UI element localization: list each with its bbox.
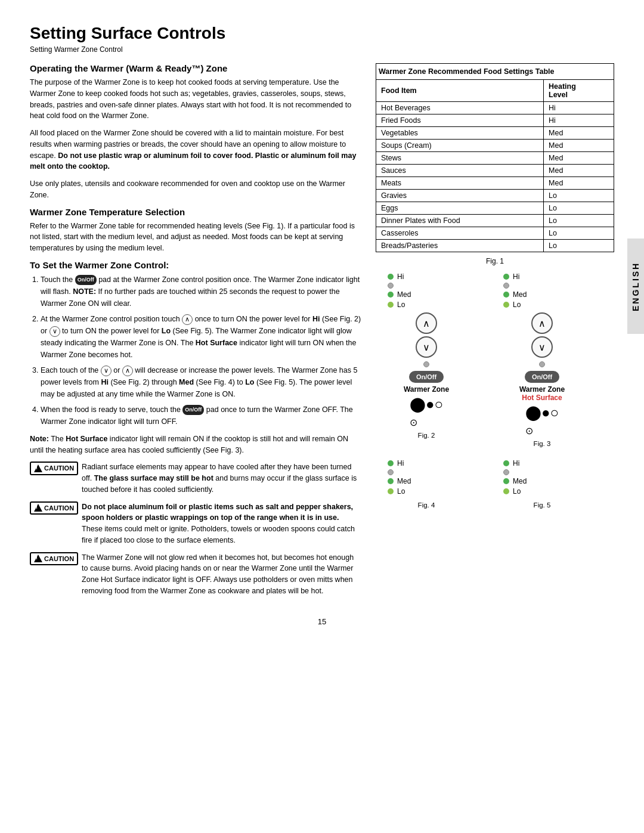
- dot-row-fig4: [388, 469, 477, 475]
- food-item: Soups (Cream): [376, 140, 544, 152]
- figures-2-3: Hi Med Lo ∧ ∨: [376, 272, 614, 454]
- food-item: Fried Foods: [376, 114, 544, 127]
- caution-badge-2: CAUTION: [30, 501, 78, 515]
- heating-level: Lo: [544, 190, 614, 202]
- operating-title: Operating the Warmer (Warm & Ready™) Zon…: [30, 63, 361, 73]
- med-dot-fig5: [503, 478, 509, 484]
- table-row: SaucesMed: [376, 165, 614, 177]
- caution-block-1: CAUTION Radiant surface elements may app…: [30, 462, 361, 495]
- figure-2-block: Hi Med Lo ∧ ∨: [376, 272, 477, 454]
- dot-gray-4: [388, 469, 394, 475]
- up-arrow-inline: ∧: [182, 314, 193, 325]
- fig5-label: Fig. 5: [534, 501, 551, 509]
- table-row: MeatsMed: [376, 177, 614, 190]
- step1: Touch the On/Off pad at the Warmer Zone …: [41, 274, 361, 309]
- lo-dot-3: [503, 302, 509, 308]
- note1: Note: The Hot Surface indicator light wi…: [30, 433, 361, 456]
- warmer-zone-label-fig2: Warmer Zone: [404, 385, 449, 394]
- food-item: Casseroles: [376, 227, 544, 240]
- caution1-text: Radiant surface elements may appear to h…: [82, 462, 361, 495]
- down-arrow-btn-fig3[interactable]: ∨: [531, 336, 553, 358]
- temp-p1: Refer to the Warmer Zone table for recom…: [30, 221, 361, 254]
- dot-gray-5: [503, 469, 509, 475]
- col2-header: HeatingLevel: [544, 80, 614, 102]
- caution2-text: Do not place aluminum foil or plastic it…: [82, 501, 361, 546]
- hi-label: Hi: [397, 272, 404, 281]
- dot-row-fig5: [503, 469, 593, 475]
- on-off-button-fig3[interactable]: On/Off: [525, 371, 559, 383]
- table-row: Dinner Plates with FoodLo: [376, 215, 614, 227]
- caution3-text: The Warmer Zone will not glow red when i…: [82, 552, 361, 597]
- table-row: Hot BeveragesHi: [376, 102, 614, 114]
- heating-level: Lo: [544, 202, 614, 215]
- med-label-5: Med: [513, 477, 527, 485]
- caution-triangle-icon-2: [34, 504, 42, 512]
- page-title: Setting Surface Controls: [30, 24, 614, 43]
- hi-indicator-fig4: Hi: [388, 459, 477, 467]
- fig4-label: Fig. 4: [418, 501, 435, 509]
- food-item: Breads/Pasteries: [376, 240, 544, 252]
- table-row: Fried FoodsHi: [376, 114, 614, 127]
- heating-level: Med: [544, 152, 614, 165]
- heating-level: Med: [544, 177, 614, 190]
- lo-label-5: Lo: [513, 487, 521, 496]
- up-arrow-btn-fig3[interactable]: ∧: [531, 312, 553, 334]
- figure-5-block: Hi Med Lo Fig. 5: [491, 459, 593, 516]
- heating-level: Lo: [544, 240, 614, 252]
- operating-p2: All food placed on the Warmer Zone shoul…: [30, 128, 361, 172]
- up-arrow-btn-fig2[interactable]: ∧: [416, 312, 437, 334]
- hi-dot-fig4: [388, 460, 394, 466]
- dot-row-fig2-1: [388, 283, 477, 289]
- heating-level: Med: [544, 165, 614, 177]
- down-arrow-btn-fig2[interactable]: ∨: [416, 336, 437, 358]
- caution-block-3: CAUTION The Warmer Zone will not glow re…: [30, 552, 361, 597]
- med-label: Med: [397, 290, 411, 299]
- hi-dot-fig5: [503, 460, 509, 466]
- food-table: Warmer Zone Recommended Food Settings Ta…: [376, 63, 614, 252]
- table-row: Breads/PasteriesLo: [376, 240, 614, 252]
- cooktop-icon-fig3: ⬤●○⊙: [525, 404, 559, 438]
- hi-label-5: Hi: [513, 459, 519, 467]
- med-label-3: Med: [513, 290, 527, 299]
- figure-4-block: Hi Med Lo Fig. 4: [376, 459, 477, 516]
- med-dot-green-3: [503, 292, 509, 298]
- cooktop-icon-fig2: ⬤●○⊙: [410, 396, 443, 429]
- lo-indicator-fig4: Lo: [388, 487, 477, 496]
- on-off-button-fig2[interactable]: On/Off: [409, 371, 444, 383]
- down-arrow-inline: ∨: [49, 326, 60, 337]
- lo-dot: [388, 302, 394, 308]
- subtitle: Setting Warmer Zone Control: [30, 45, 614, 54]
- sidebar-label: ENGLISH: [631, 261, 640, 311]
- food-item: Stews: [376, 152, 544, 165]
- up-arrow-inline-2: ∧: [122, 366, 133, 376]
- operating-p3: Use only plates, utensils and cookware r…: [30, 178, 361, 201]
- med-dot-fig4: [388, 478, 394, 484]
- bottom-dot-fig3: [539, 361, 545, 367]
- table-row: Soups (Cream)Med: [376, 140, 614, 152]
- lo-dot-4: [388, 488, 394, 494]
- set-title: To Set the Warmer Zone Control:: [30, 260, 361, 270]
- heating-level: Med: [544, 127, 614, 140]
- dot-row-fig3-1: [503, 283, 593, 289]
- food-item: Hot Beverages: [376, 102, 544, 114]
- med-indicator-fig4: Med: [388, 477, 477, 485]
- page-number: 15: [30, 617, 614, 626]
- food-item: Meats: [376, 177, 544, 190]
- med-indicator-fig3: Med: [503, 290, 593, 299]
- english-sidebar: ENGLISH: [627, 239, 644, 334]
- left-column: Operating the Warmer (Warm & Ready™) Zon…: [30, 63, 361, 603]
- hi-dot-green-3: [503, 274, 509, 280]
- caution-badge-3: CAUTION: [30, 552, 78, 566]
- figures-4-5: Hi Med Lo Fig. 4: [376, 459, 614, 516]
- dot-gray-1: [388, 283, 394, 289]
- table-row: StewsMed: [376, 152, 614, 165]
- step4: When the food is ready to serve, touch t…: [41, 404, 361, 428]
- lo-indicator-fig2: Lo: [388, 301, 477, 309]
- food-item: Gravies: [376, 190, 544, 202]
- med-dot-green: [388, 292, 394, 298]
- table-row: VegetablesMed: [376, 127, 614, 140]
- hi-label-4: Hi: [397, 459, 404, 467]
- temp-title: Warmer Zone Temperature Selection: [30, 207, 361, 217]
- col1-header: Food Item: [376, 80, 544, 102]
- med-indicator-fig2: Med: [388, 290, 477, 299]
